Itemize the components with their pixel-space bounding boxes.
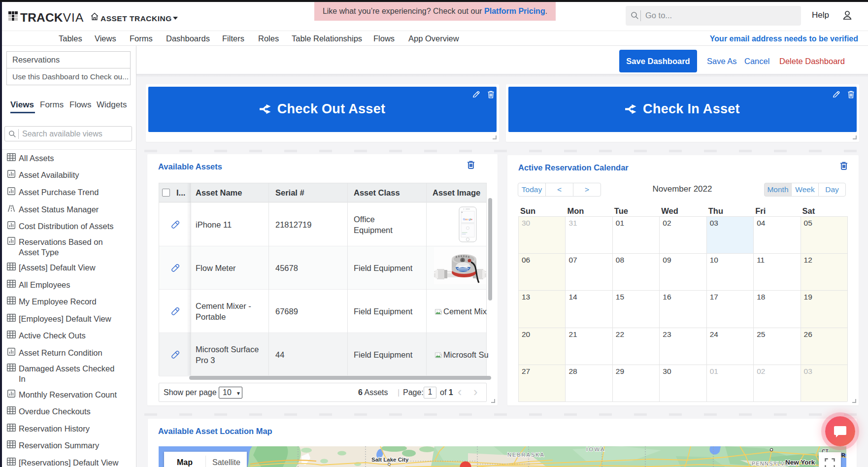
svg-text:IOWA: IOWA bbox=[586, 446, 605, 452]
svg-text:Google: Google bbox=[463, 218, 473, 221]
svg-text:NEBRASKA: NEBRASKA bbox=[507, 452, 545, 458]
svg-text:R: R bbox=[841, 452, 845, 458]
svg-text:Salt Lake City: Salt Lake City bbox=[371, 457, 409, 463]
svg-text:New York: New York bbox=[785, 459, 815, 466]
